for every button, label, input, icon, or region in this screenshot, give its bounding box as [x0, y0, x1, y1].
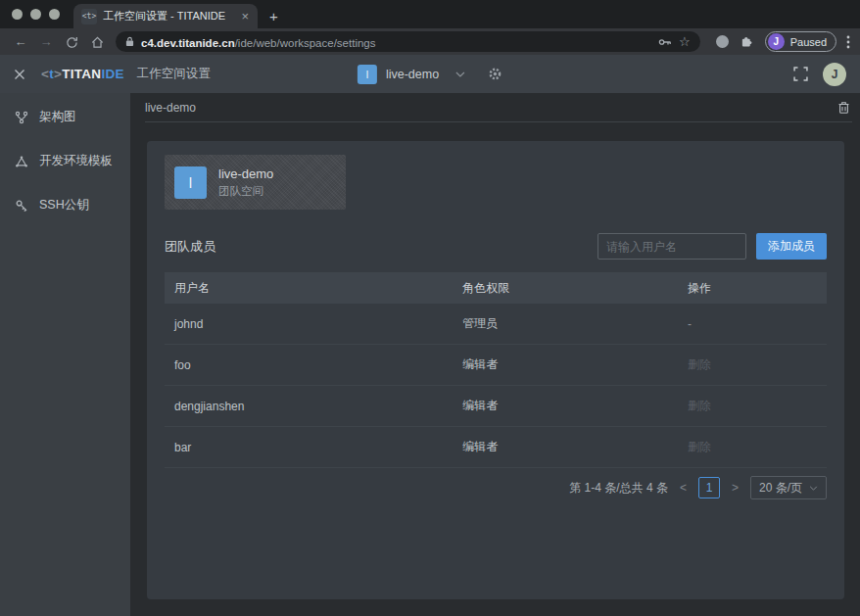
app-logo: <t>TITANIDE	[41, 67, 124, 81]
cell-role: 编辑者	[462, 439, 688, 455]
sidebar-item-label: 架构图	[39, 109, 76, 125]
app-body: 架构图 开发环境模板 SSH公钥 live-demo	[0, 93, 860, 616]
breadcrumb-row: live-demo	[145, 93, 852, 122]
cell-username: dengjianshen	[165, 400, 462, 413]
workspace-card-text: live-demo 团队空间	[218, 166, 273, 199]
bookmark-star-icon[interactable]: ☆	[679, 34, 691, 49]
cell-action: -	[688, 317, 827, 331]
workspace-card-name: live-demo	[218, 166, 273, 181]
browser-profile-button[interactable]: J Paused	[765, 31, 836, 52]
cell-username: foo	[165, 358, 462, 372]
prev-page-icon[interactable]: <	[678, 481, 689, 495]
sidebar-item-label: 开发环境模板	[39, 153, 113, 169]
sidebar-item-ssh-key[interactable]: SSH公钥	[0, 183, 130, 227]
minimize-window-button[interactable]	[30, 9, 41, 20]
sync-paused-label: Paused	[790, 36, 827, 48]
url-host-text: c4.dev.titanide.cn	[141, 37, 235, 49]
home-icon[interactable]	[86, 32, 108, 52]
next-page-icon[interactable]: >	[730, 481, 741, 495]
logo-main-text: TITAN	[62, 67, 101, 81]
cell-role: 管理员	[462, 315, 688, 332]
fullscreen-icon[interactable]	[793, 67, 808, 81]
header-username: 用户名	[165, 280, 462, 297]
workspace-badge: l	[358, 65, 377, 84]
breadcrumb: live-demo	[145, 101, 196, 115]
header-role: 角色权限	[462, 280, 688, 297]
settings-panel: l live-demo 团队空间 团队成员 添加成员 用户名 角色权限 操作	[147, 141, 844, 599]
tab-strip: <t> 工作空间设置 - TITANIDE × +	[0, 0, 860, 28]
address-bar[interactable]: c4.dev.titanide.cn/ide/web/workspace/set…	[116, 31, 700, 52]
page-title: 工作空间设置	[137, 66, 211, 82]
tab-close-icon[interactable]: ×	[238, 9, 252, 24]
workspace-card: l live-demo 团队空间	[165, 155, 346, 210]
workspace-card-badge: l	[174, 166, 207, 199]
username-input[interactable]	[597, 233, 746, 260]
branch-icon	[15, 111, 29, 124]
pagination: 第 1-4 条/总共 4 条 < 1 > 20 条/页	[165, 476, 827, 499]
cell-action: 删除	[688, 439, 827, 455]
extension-icon[interactable]	[716, 35, 729, 48]
members-table: 用户名 角色权限 操作 johnd 管理员 - foo 编辑者 删除	[165, 272, 827, 468]
zoom-window-button[interactable]	[49, 9, 60, 20]
logo-accent-text: IDE	[101, 67, 123, 81]
workspace-name: live-demo	[386, 68, 439, 81]
add-member-button[interactable]: 添加成员	[756, 233, 827, 260]
workspace-settings-gear-icon[interactable]	[488, 67, 502, 81]
table-header-row: 用户名 角色权限 操作	[165, 272, 827, 304]
tab-favicon-icon: <t>	[81, 9, 97, 24]
pagination-summary: 第 1-4 条/总共 4 条	[569, 480, 668, 497]
cell-action: 删除	[688, 356, 827, 373]
page-size-select[interactable]: 20 条/页	[750, 476, 827, 499]
reload-icon[interactable]	[61, 32, 82, 52]
delete-workspace-trash-icon[interactable]	[836, 99, 852, 117]
cell-username: johnd	[165, 317, 462, 331]
browser-menu-icon[interactable]	[846, 35, 850, 49]
url-host: c4.dev.titanide.cn/ide/web/workspace/set…	[141, 33, 375, 51]
content-area: live-demo l live-demo 团队空间 团队成员 添加成员	[130, 93, 860, 616]
app-header-right: J	[793, 63, 846, 86]
cell-username: bar	[165, 441, 462, 454]
members-title: 团队成员	[165, 238, 215, 256]
tab-title: 工作空间设置 - TITANIDE	[103, 9, 232, 24]
sidebar-item-architecture[interactable]: 架构图	[0, 95, 130, 139]
user-avatar[interactable]: J	[823, 63, 846, 86]
app-close-icon[interactable]	[14, 69, 25, 80]
chevron-down-icon	[809, 486, 818, 491]
back-icon[interactable]: ←	[10, 32, 31, 52]
extensions-puzzle-icon[interactable]	[741, 35, 753, 48]
delete-member-link[interactable]: 删除	[688, 357, 711, 371]
sidebar-item-label: SSH公钥	[39, 197, 89, 213]
workspace-switcher[interactable]: l live-demo	[358, 55, 502, 93]
members-header: 团队成员 添加成员	[165, 233, 827, 260]
new-tab-button[interactable]: +	[269, 8, 278, 24]
sidebar: 架构图 开发环境模板 SSH公钥	[0, 93, 130, 616]
table-row: johnd 管理员 -	[165, 304, 827, 345]
password-key-icon[interactable]	[658, 38, 672, 46]
table-row: dengjianshen 编辑者 删除	[165, 386, 827, 427]
url-path-text: /ide/web/workspace/settings	[235, 37, 376, 49]
table-row: foo 编辑者 删除	[165, 345, 827, 386]
browser-toolbar: ← → c4.dev.titanide.cn/ide/web/workspace…	[0, 28, 860, 55]
template-triangle-icon	[15, 155, 29, 168]
logo-bracket-open: <	[41, 67, 49, 81]
sidebar-item-dev-template[interactable]: 开发环境模板	[0, 139, 130, 183]
app-header: <t>TITANIDE 工作空间设置 l live-demo J	[0, 55, 860, 93]
workspace-card-type: 团队空间	[218, 184, 273, 199]
page-size-value: 20 条/页	[759, 480, 802, 497]
browser-tab[interactable]: <t> 工作空间设置 - TITANIDE ×	[73, 4, 258, 28]
profile-avatar: J	[768, 33, 785, 50]
logo-bracket-close: >	[54, 67, 62, 81]
cell-role: 编辑者	[462, 356, 688, 373]
browser-window: <t> 工作空间设置 - TITANIDE × + ← → c4.dev.tit…	[0, 0, 860, 616]
window-controls	[0, 0, 73, 28]
delete-member-link[interactable]: 删除	[688, 440, 711, 453]
table-row: bar 编辑者 删除	[165, 427, 827, 468]
page-number-button[interactable]: 1	[698, 477, 720, 498]
chevron-down-icon[interactable]	[455, 71, 465, 77]
close-window-button[interactable]	[12, 9, 23, 20]
key-icon	[15, 199, 29, 213]
delete-member-link[interactable]: 删除	[688, 399, 711, 412]
header-action: 操作	[688, 280, 827, 297]
cell-action: 删除	[688, 398, 827, 414]
forward-icon[interactable]: →	[35, 32, 57, 52]
